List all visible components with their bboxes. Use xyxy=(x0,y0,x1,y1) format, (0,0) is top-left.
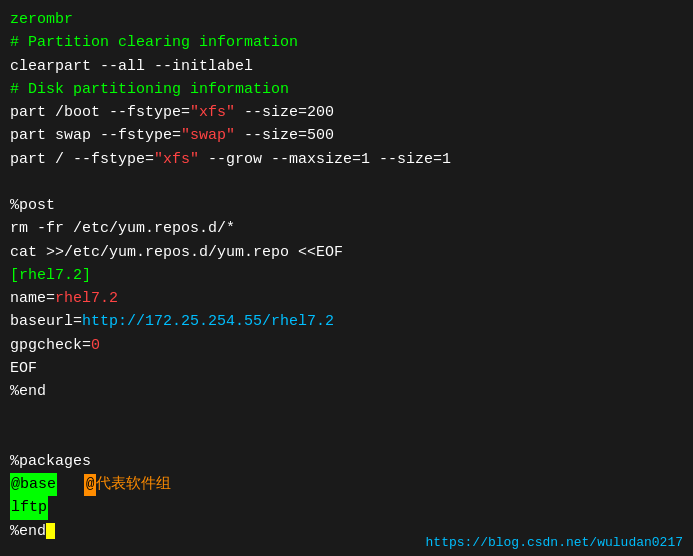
footer-url: https://blog.csdn.net/wuludan0217 xyxy=(426,535,683,550)
line-rhel-section: [rhel7.2] xyxy=(10,264,683,287)
at-symbol-note: @ xyxy=(84,474,96,496)
line-clearpart: clearpart --all --initlabel xyxy=(10,55,683,78)
cursor xyxy=(46,523,55,539)
line-base: @base @代表软件组 xyxy=(10,473,683,496)
base-highlight: @base xyxy=(10,473,57,496)
line-cat: cat >>/etc/yum.repos.d/yum.repo <<EOF xyxy=(10,241,683,264)
line-part-boot: part /boot --fstype="xfs" --size=200 xyxy=(10,101,683,124)
line-zerombr: zerombr xyxy=(10,8,683,31)
line-gpgcheck: gpgcheck=0 xyxy=(10,334,683,357)
line-part-swap: part swap --fstype="swap" --size=500 xyxy=(10,124,683,147)
lftp-highlight: lftp xyxy=(10,496,48,519)
line-post: %post xyxy=(10,194,683,217)
terminal: zerombr # Partition clearing information… xyxy=(0,0,693,551)
line-end1: %end xyxy=(10,380,683,403)
line-name: name=rhel7.2 xyxy=(10,287,683,310)
line-blank3 xyxy=(10,427,683,450)
line-packages: %packages xyxy=(10,450,683,473)
line-eof: EOF xyxy=(10,357,683,380)
line-blank2 xyxy=(10,403,683,426)
line-comment1: # Partition clearing information xyxy=(10,31,683,54)
line-comment2: # Disk partitioning information xyxy=(10,78,683,101)
line-rm: rm -fr /etc/yum.repos.d/* xyxy=(10,217,683,240)
line-blank1 xyxy=(10,171,683,194)
line-baseurl: baseurl=http://172.25.254.55/rhel7.2 xyxy=(10,310,683,333)
line-lftp: lftp xyxy=(10,496,683,519)
line-part-root: part / --fstype="xfs" --grow --maxsize=1… xyxy=(10,148,683,171)
